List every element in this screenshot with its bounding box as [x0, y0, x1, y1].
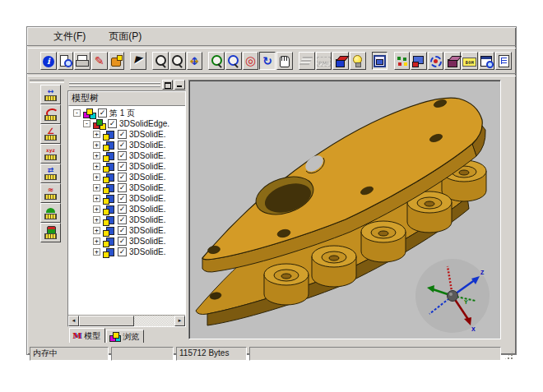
expander[interactable]: -: [83, 120, 90, 127]
report-button[interactable]: [479, 52, 495, 70]
color-edit-button[interactable]: [109, 52, 125, 70]
scroll-left-button[interactable]: ◄: [68, 316, 79, 326]
status-bar: 内存中115712 Bytes: [27, 344, 516, 361]
measure-curve-length-button[interactable]: ≈: [40, 183, 61, 203]
print-button[interactable]: [74, 52, 90, 70]
visibility-checkbox[interactable]: ✓: [118, 205, 127, 214]
measure-gap-button[interactable]: ⇄: [40, 164, 61, 183]
visibility-checkbox[interactable]: ✓: [98, 108, 107, 118]
zoom-out-button[interactable]: −: [169, 52, 186, 70]
measure-angle-button[interactable]: ∠: [40, 124, 61, 144]
measure-radius-button[interactable]: [40, 104, 61, 124]
zoom-window-icon: +: [210, 54, 224, 68]
info-button[interactable]: i: [40, 52, 57, 70]
orbit-target-button[interactable]: ◎: [243, 52, 259, 70]
model-tree-body: 模型树 -✓第 1 页-✓3DSolidEdge.+✓3DSolidE.+✓3D…: [67, 90, 186, 327]
model-tree-toggle-button[interactable]: [495, 52, 512, 70]
node-label[interactable]: 3DSolidE.: [129, 141, 165, 150]
visibility-checkbox[interactable]: ✓: [118, 173, 127, 182]
scroll-thumb[interactable]: [79, 316, 134, 326]
expander[interactable]: +: [93, 248, 100, 256]
node-label[interactable]: 3DSolidE.: [129, 183, 165, 192]
pan-cross-button[interactable]: [187, 52, 203, 70]
print-preview-button[interactable]: [58, 52, 74, 70]
zoom-in-icon: +: [154, 54, 168, 68]
visibility-checkbox[interactable]: ✓: [118, 247, 127, 256]
orientation-gizmo[interactable]: Z X Y: [413, 258, 492, 334]
lighting-button[interactable]: [350, 52, 366, 70]
scroll-track[interactable]: [79, 316, 174, 326]
resize-grip[interactable]: [504, 350, 514, 361]
measure-distance-icon: ↔: [43, 87, 58, 102]
snapshot-button[interactable]: [411, 52, 427, 70]
measure-area-button[interactable]: [40, 203, 61, 223]
browse-tab-icon: [109, 332, 120, 341]
panel-hide-button[interactable]: [174, 80, 185, 90]
visibility-checkbox[interactable]: ✓: [118, 183, 127, 192]
view-cube-button[interactable]: [332, 52, 349, 70]
expander[interactable]: +: [93, 205, 100, 213]
node-label[interactable]: 3DSolidE.: [129, 226, 165, 235]
visibility-checkbox[interactable]: ✓: [118, 215, 127, 224]
tab-model[interactable]: M模型: [69, 328, 105, 343]
node-label[interactable]: 3DSolidE.: [129, 215, 165, 224]
node-label[interactable]: 3DSolidE.: [129, 205, 165, 214]
tree-node-part: +✓3DSolidE.: [68, 129, 185, 140]
zoom-dynamic-button[interactable]: ↑: [225, 52, 242, 70]
expander[interactable]: +: [93, 152, 100, 159]
node-label[interactable]: 3DSolidE.: [129, 173, 165, 182]
page-setup-button[interactable]: [372, 52, 388, 70]
node-label[interactable]: 第 1 页: [109, 108, 135, 119]
visibility-checkbox[interactable]: ✓: [118, 151, 127, 160]
expander[interactable]: +: [93, 184, 100, 191]
measure-volume-button[interactable]: [40, 223, 61, 242]
expander[interactable]: +: [93, 163, 100, 170]
zoom-in-button[interactable]: +: [152, 52, 169, 70]
expander[interactable]: +: [93, 141, 100, 149]
scroll-right-button[interactable]: ►: [174, 316, 185, 326]
spin-animation-button[interactable]: [428, 52, 444, 70]
node-label[interactable]: 3DSolidE.: [129, 247, 165, 256]
menu-file[interactable]: 文件(F): [52, 29, 87, 44]
measure-distance-button[interactable]: ↔: [40, 85, 61, 104]
pan-hand-button[interactable]: [276, 52, 293, 70]
viewport-3d[interactable]: Z X Y: [188, 80, 501, 339]
visibility-checkbox[interactable]: ✓: [118, 162, 127, 171]
annotate-pen-icon: ✎: [92, 54, 106, 68]
panel-gripper[interactable]: [69, 82, 160, 87]
render-mode-button[interactable]: [444, 52, 461, 70]
annotate-pen-button[interactable]: ✎: [91, 52, 108, 70]
node-label[interactable]: 3DSolidE.: [129, 237, 165, 246]
select-button[interactable]: ◤: [130, 52, 146, 70]
expander[interactable]: +: [93, 131, 100, 138]
visibility-checkbox[interactable]: ✓: [108, 119, 117, 128]
node-label[interactable]: 3DSolidE.: [129, 162, 165, 171]
measure-coordinate-button[interactable]: xyz: [40, 144, 61, 164]
expander[interactable]: +: [93, 216, 100, 224]
explode-icon: [395, 54, 409, 68]
expander[interactable]: +: [93, 238, 100, 245]
expander[interactable]: +: [93, 227, 100, 234]
visibility-checkbox[interactable]: ✓: [118, 130, 127, 139]
node-label[interactable]: 3DSolidE.: [129, 130, 165, 139]
rotate-button[interactable]: ↻: [259, 52, 276, 70]
node-label[interactable]: 3DSolidEdge.: [119, 119, 169, 128]
visibility-checkbox[interactable]: ✓: [118, 141, 127, 150]
explode-button[interactable]: [394, 52, 411, 70]
zoom-window-button[interactable]: +: [208, 52, 225, 70]
tab-browse[interactable]: 浏览: [106, 330, 144, 343]
tree-node-part: +✓3DSolidE.: [68, 172, 185, 182]
tree-hscrollbar[interactable]: ◄ ►: [68, 315, 185, 326]
visibility-checkbox[interactable]: ✓: [118, 194, 127, 203]
node-label[interactable]: 3DSolidE.: [129, 151, 165, 160]
node-label[interactable]: 3DSolidE.: [129, 194, 165, 203]
menu-page[interactable]: 页面(P): [107, 29, 143, 44]
expander[interactable]: +: [93, 195, 100, 202]
part-node-icon: [103, 215, 115, 225]
visibility-checkbox[interactable]: ✓: [118, 237, 127, 246]
expander[interactable]: -: [73, 109, 81, 117]
expander[interactable]: +: [93, 173, 100, 181]
visibility-checkbox[interactable]: ✓: [118, 226, 127, 235]
bom-button[interactable]: BOM: [462, 52, 478, 70]
panel-float-button[interactable]: [162, 80, 173, 90]
